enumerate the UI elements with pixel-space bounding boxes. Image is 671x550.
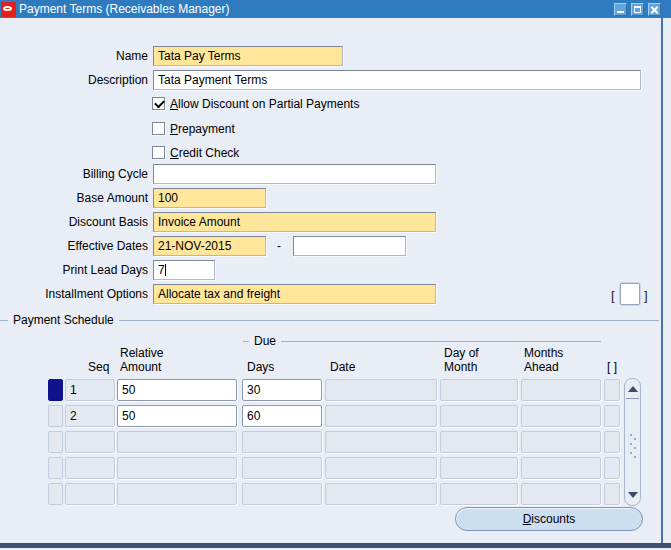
months-ahead-column-header-line1: Months xyxy=(524,346,563,360)
window-title: Payment Terms (Receivables Manager) xyxy=(19,2,230,16)
window-bottom-edge xyxy=(0,543,671,548)
due-date-cell[interactable] xyxy=(325,431,437,453)
row-flexfield-cell[interactable] xyxy=(604,483,620,505)
day-of-month-cell[interactable] xyxy=(440,431,518,453)
payment-terms-window: Payment Terms (Receivables Manager) Name… xyxy=(0,0,671,550)
flexfield-open-bracket: [ xyxy=(611,288,615,303)
billing-cycle-label: Billing Cycle xyxy=(0,164,148,184)
months-ahead-cell[interactable] xyxy=(521,405,601,427)
scrollbar-grip-dots xyxy=(630,434,632,436)
due-days-cell[interactable] xyxy=(242,431,322,453)
payment-schedule-frame-label: Payment Schedule xyxy=(8,313,119,327)
discounts-button[interactable]: Discounts xyxy=(455,507,643,531)
print-lead-days-field[interactable]: 7 xyxy=(153,260,215,280)
scroll-down-icon[interactable] xyxy=(628,492,638,498)
vertical-scrollbar[interactable] xyxy=(624,378,641,506)
due-days-cell[interactable] xyxy=(242,483,322,505)
record-indicator[interactable] xyxy=(48,431,63,453)
relative-amount-column-header-line2: Amount xyxy=(120,360,161,374)
prepayment-checkbox[interactable] xyxy=(152,122,165,135)
day-of-month-column-header-line2: Month xyxy=(444,360,477,374)
print-lead-days-label: Print Lead Days xyxy=(0,260,148,280)
date-range-separator: - xyxy=(272,236,286,256)
oracle-logo-icon xyxy=(1,2,16,17)
effective-date-to-field[interactable] xyxy=(293,236,406,256)
months-ahead-cell[interactable] xyxy=(521,431,601,453)
header-flexfield[interactable] xyxy=(620,283,640,305)
months-ahead-cell[interactable] xyxy=(521,457,601,479)
text-cursor xyxy=(165,264,166,276)
scrollbar-thumb[interactable] xyxy=(626,398,639,399)
day-of-month-cell[interactable] xyxy=(440,483,518,505)
row-flexfield-column-header: [ ] xyxy=(607,360,617,374)
relative-amount-cell[interactable] xyxy=(117,431,237,453)
months-ahead-cell[interactable] xyxy=(521,483,601,505)
billing-cycle-field[interactable] xyxy=(153,164,436,184)
due-days-cell[interactable]: 30 xyxy=(242,379,322,401)
installment-options-field[interactable]: Allocate tax and freight xyxy=(153,284,436,304)
name-field[interactable]: Tata Pay Terms xyxy=(153,46,343,66)
maximize-button[interactable] xyxy=(631,3,644,16)
scroll-up-icon[interactable] xyxy=(628,386,638,392)
base-amount-field[interactable]: 100 xyxy=(153,188,266,208)
name-label: Name xyxy=(0,46,148,66)
prepayment-label: Prepayment xyxy=(170,122,235,136)
seq-cell[interactable]: 1 xyxy=(65,379,115,401)
day-of-month-cell[interactable] xyxy=(440,379,518,401)
relative-amount-cell[interactable] xyxy=(117,457,237,479)
row-flexfield-cell[interactable] xyxy=(604,457,620,479)
credit-check-checkbox[interactable] xyxy=(152,146,165,159)
description-label: Description xyxy=(0,70,148,90)
due-frame-line xyxy=(243,341,601,342)
day-of-month-column-header-line1: Day of xyxy=(444,346,479,360)
minimize-button[interactable] xyxy=(614,3,627,16)
date-column-header: Date xyxy=(330,360,355,374)
record-indicator[interactable] xyxy=(48,457,63,479)
close-button[interactable] xyxy=(648,3,661,16)
due-date-cell[interactable] xyxy=(325,457,437,479)
row-flexfield-cell[interactable] xyxy=(604,379,620,401)
discount-basis-label: Discount Basis xyxy=(0,212,148,232)
months-ahead-column-header-line2: Ahead xyxy=(524,360,559,374)
effective-date-from-field[interactable]: 21-NOV-2015 xyxy=(153,236,266,256)
seq-cell[interactable] xyxy=(65,483,115,505)
allow-discount-checkbox[interactable] xyxy=(152,97,165,110)
allow-discount-label: Allow Discount on Partial Payments xyxy=(170,97,359,111)
record-indicator[interactable] xyxy=(48,405,63,427)
due-date-cell[interactable] xyxy=(325,379,437,401)
day-of-month-cell[interactable] xyxy=(440,405,518,427)
due-date-cell[interactable] xyxy=(325,483,437,505)
months-ahead-cell[interactable] xyxy=(521,379,601,401)
days-column-header: Days xyxy=(247,360,274,374)
seq-column-header: Seq xyxy=(88,360,109,374)
seq-cell[interactable] xyxy=(65,431,115,453)
relative-amount-column-header-line1: Relative xyxy=(120,346,163,360)
credit-check-label: Credit Check xyxy=(170,146,239,160)
row-flexfield-cell[interactable] xyxy=(604,405,620,427)
relative-amount-cell[interactable]: 50 xyxy=(117,379,237,401)
flexfield-close-bracket: ] xyxy=(644,288,648,303)
discount-basis-field[interactable]: Invoice Amount xyxy=(153,212,436,232)
due-date-cell[interactable] xyxy=(325,405,437,427)
due-frame-label: Due xyxy=(249,334,281,348)
seq-cell[interactable]: 2 xyxy=(65,405,115,427)
seq-cell[interactable] xyxy=(65,457,115,479)
description-field[interactable]: Tata Payment Terms xyxy=(153,70,641,90)
base-amount-label: Base Amount xyxy=(0,188,148,208)
day-of-month-cell[interactable] xyxy=(440,457,518,479)
maximize-icon xyxy=(634,6,641,13)
record-indicator[interactable] xyxy=(48,483,63,505)
window-right-border xyxy=(661,18,663,543)
due-days-cell[interactable]: 60 xyxy=(242,405,322,427)
effective-dates-label: Effective Dates xyxy=(0,236,148,256)
minimize-icon xyxy=(617,11,624,13)
title-bar[interactable]: Payment Terms (Receivables Manager) xyxy=(0,0,671,18)
row-flexfield-cell[interactable] xyxy=(604,431,620,453)
relative-amount-cell[interactable]: 50 xyxy=(117,405,237,427)
relative-amount-cell[interactable] xyxy=(117,483,237,505)
due-days-cell[interactable] xyxy=(242,457,322,479)
installment-options-label: Installment Options xyxy=(0,284,148,304)
record-indicator[interactable] xyxy=(48,379,63,401)
